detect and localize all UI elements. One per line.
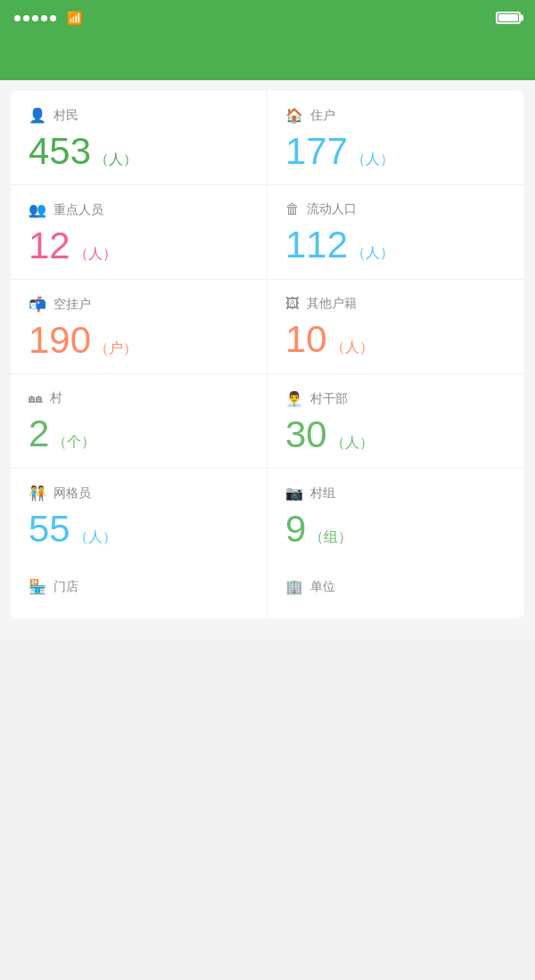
cell-value-3: 112 （人） — [285, 226, 506, 264]
stats-card: 👤 村民 453 （人） 🏠 住户 177 （人） 👥 重点人员 12 （人） … — [11, 91, 524, 618]
cell-header-0: 👤 村民 — [29, 107, 249, 124]
photo-icon: 🖼 — [285, 296, 300, 312]
cell-value-7: 30 （人） — [285, 416, 506, 453]
cell-value-9: 9 （组） — [285, 510, 506, 548]
cell-value-4: 190 （户） — [29, 322, 249, 359]
unit-icon: 🏢 — [285, 578, 303, 595]
status-left: 📶 — [14, 11, 82, 25]
signal-dots — [14, 15, 56, 21]
cell-unit-0: （人） — [95, 151, 137, 169]
cell-unit-9: （组） — [309, 528, 352, 547]
cell-header-7: 👨‍💼 村干部 — [285, 390, 506, 407]
cell-unit-7: （人） — [331, 434, 374, 453]
cell-unit-2: （人） — [74, 245, 117, 264]
cadre-icon: 👨‍💼 — [285, 390, 303, 407]
partial-grid: 🏪 门店 🏢 单位 — [11, 562, 524, 618]
partial-header-1: 🏢 单位 — [285, 578, 506, 595]
people-icon: 👥 — [29, 201, 46, 218]
cell-label-9: 村组 — [310, 486, 335, 502]
cell-header-9: 📷 村组 — [285, 485, 506, 502]
partial-header-0: 🏪 门店 — [29, 578, 249, 595]
partial-label-1: 单位 — [310, 579, 335, 595]
cell-number-9: 9 — [285, 510, 306, 548]
cell-header-3: 🗑 流动人口 — [285, 201, 506, 217]
cell-number-0: 453 — [29, 133, 91, 170]
cell-unit-4: （户） — [95, 339, 137, 358]
cell-number-5: 10 — [285, 321, 327, 358]
house-icon: 🏠 — [285, 107, 303, 124]
grid-cell-5[interactable]: 🖼 其他户籍 10 （人） — [268, 280, 524, 374]
stats-grid: 👤 村民 453 （人） 🏠 住户 177 （人） 👥 重点人员 12 （人） … — [11, 91, 524, 562]
cell-label-4: 空挂户 — [54, 297, 91, 313]
cell-number-4: 190 — [29, 322, 91, 359]
cell-label-0: 村民 — [54, 108, 78, 124]
content: 👤 村民 453 （人） 🏠 住户 177 （人） 👥 重点人员 12 （人） … — [0, 80, 535, 640]
grid-cell-3[interactable]: 🗑 流动人口 112 （人） — [268, 185, 524, 280]
cell-number-7: 30 — [285, 416, 327, 453]
cell-unit-6: （个） — [53, 433, 95, 452]
cell-number-6: 2 — [29, 415, 49, 453]
cell-value-6: 2 （个） — [29, 415, 249, 453]
cell-value-2: 12 （人） — [29, 227, 249, 265]
cell-header-8: 🧑‍🤝‍🧑 网格员 — [29, 485, 249, 502]
cell-label-2: 重点人员 — [54, 202, 103, 218]
partial-cell-1[interactable]: 🏢 单位 — [268, 562, 524, 618]
cell-header-1: 🏠 住户 — [285, 107, 506, 124]
grid-cell-8[interactable]: 🧑‍🤝‍🧑 网格员 55 （人） — [11, 469, 268, 562]
cell-number-3: 112 — [285, 226, 348, 264]
cell-value-8: 55 （人） — [29, 510, 249, 548]
cell-number-1: 177 — [285, 133, 348, 170]
cell-number-8: 55 — [29, 510, 70, 548]
cell-header-5: 🖼 其他户籍 — [285, 296, 506, 312]
person-icon: 👤 — [29, 107, 46, 124]
cell-label-3: 流动人口 — [307, 201, 357, 217]
header — [0, 36, 535, 80]
status-right — [490, 12, 521, 24]
village-group-icon: 📷 — [285, 485, 303, 502]
grid-cell-4[interactable]: 📬 空挂户 190 （户） — [11, 280, 268, 374]
cell-label-5: 其他户籍 — [307, 296, 357, 312]
cell-label-8: 网格员 — [54, 486, 91, 502]
status-bar: 📶 — [0, 0, 535, 36]
grid-cell-0[interactable]: 👤 村民 453 （人） — [11, 91, 268, 185]
grid-worker-icon: 🧑‍🤝‍🧑 — [29, 485, 46, 502]
cell-header-4: 📬 空挂户 — [29, 296, 249, 313]
cell-label-1: 住户 — [310, 108, 335, 124]
cell-unit-3: （人） — [351, 244, 394, 263]
cell-label-7: 村干部 — [310, 391, 348, 407]
cell-number-2: 12 — [29, 227, 70, 265]
mailbox-icon: 📬 — [29, 296, 46, 313]
cell-header-2: 👥 重点人员 — [29, 201, 249, 218]
grid-cell-9[interactable]: 📷 村组 9 （组） — [268, 469, 524, 562]
floating-icon: 🗑 — [285, 201, 300, 217]
cell-label-6: 村 — [50, 390, 62, 406]
store-icon: 🏪 — [29, 578, 46, 595]
wifi-icon: 📶 — [67, 11, 82, 25]
cell-value-0: 453 （人） — [29, 133, 249, 170]
battery-icon — [496, 12, 521, 24]
grid-cell-7[interactable]: 👨‍💼 村干部 30 （人） — [268, 374, 524, 469]
cell-unit-8: （人） — [74, 528, 117, 547]
partial-cell-0[interactable]: 🏪 门店 — [11, 562, 268, 618]
partial-label-0: 门店 — [54, 579, 78, 595]
cell-unit-5: （人） — [331, 339, 374, 357]
cell-value-5: 10 （人） — [285, 321, 506, 358]
grid-cell-2[interactable]: 👥 重点人员 12 （人） — [11, 185, 268, 280]
cell-header-6: 🏘 村 — [29, 390, 249, 406]
grid-cell-1[interactable]: 🏠 住户 177 （人） — [268, 91, 524, 185]
cell-unit-1: （人） — [351, 151, 394, 169]
cell-value-1: 177 （人） — [285, 133, 506, 170]
grid-cell-6[interactable]: 🏘 村 2 （个） — [11, 374, 268, 469]
village-icon: 🏘 — [29, 390, 43, 406]
